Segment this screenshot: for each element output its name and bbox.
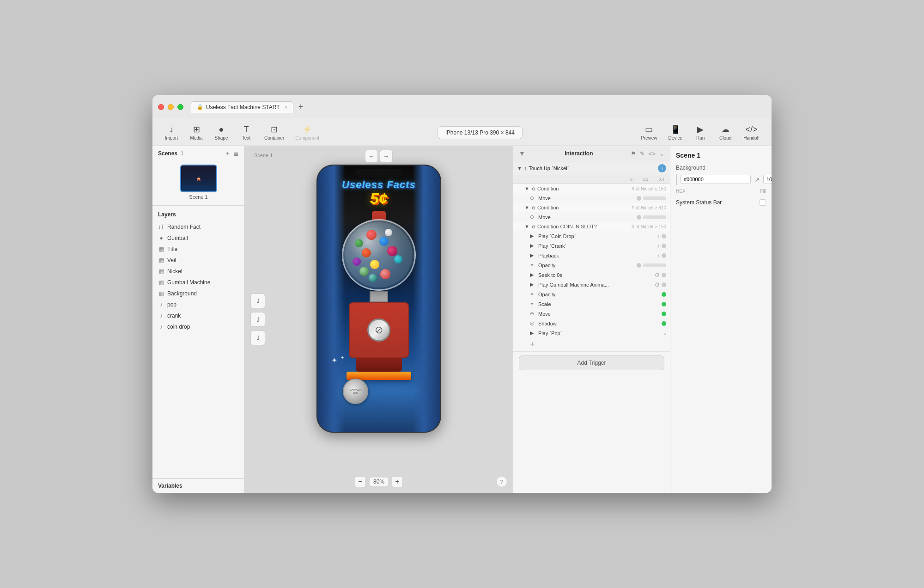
move-dot-1	[637, 196, 641, 201]
timeline-header: 0 0.2 0.4	[513, 175, 670, 184]
action-label-playback: Playback	[538, 253, 656, 258]
layer-pop[interactable]: ♪ pop	[152, 299, 244, 310]
action-play-gumball-anim[interactable]: ▶ Play Gumball Machine Anima... ⏱	[513, 280, 670, 289]
zoom-in-button[interactable]: +	[392, 476, 403, 487]
music-tool-2[interactable]: ♩	[250, 312, 265, 327]
interaction-flag-button[interactable]: ⚑	[631, 150, 636, 157]
maximize-button[interactable]	[177, 104, 183, 110]
active-tab[interactable]: 🔒 Useless Fact Machine START ×	[191, 101, 293, 113]
traffic-lights	[158, 104, 183, 110]
handoff-button[interactable]: </> Handoff	[739, 122, 764, 143]
action-move-2[interactable]: ⊕ Move	[513, 212, 670, 222]
tab-close-button[interactable]: ×	[285, 104, 287, 110]
minimize-button[interactable]	[168, 104, 174, 110]
media-label: Media	[190, 135, 202, 141]
trigger-label: Touch Up `Nickel`	[529, 165, 657, 171]
trigger-add-button[interactable]: +	[658, 164, 666, 172]
color-expand-button[interactable]: ↗	[754, 176, 760, 183]
color-swatch[interactable]	[676, 174, 677, 185]
action-playback[interactable]: ▶ Playback ♪	[513, 251, 670, 260]
cloud-button[interactable]: ☁ Cloud	[714, 122, 737, 143]
layer-title[interactable]: ▦ Title	[152, 244, 244, 255]
interaction-code-button[interactable]: <>	[649, 150, 656, 157]
hex-input[interactable]	[681, 175, 751, 184]
layer-background[interactable]: ▦ Background	[152, 288, 244, 299]
action-label-crank: Play `Crank`	[538, 243, 656, 249]
coin-nickel[interactable]: CANADA 2000	[343, 379, 368, 404]
run-button[interactable]: ▶ Run	[689, 122, 712, 143]
trigger-collapse-icon[interactable]: ▼	[517, 165, 523, 171]
device-selector[interactable]: iPhone 13/13 Pro 390 × 844	[438, 126, 523, 139]
zoom-out-button[interactable]: −	[355, 476, 366, 487]
interaction-expand-button[interactable]: ⌄	[659, 150, 664, 157]
layer-crank[interactable]: ♪ crank	[152, 310, 244, 321]
layer-name: Gumball Machine	[167, 279, 210, 286]
action-shadow[interactable]: ◎ Shadow	[513, 318, 670, 328]
container-button[interactable]: ⊡ Container	[260, 122, 289, 143]
action-opacity-1[interactable]: ✦ Opacity	[513, 260, 670, 270]
canvas-prev-button[interactable]: ←	[365, 150, 378, 163]
layer-veil[interactable]: ▦ Veil	[152, 255, 244, 266]
shape-icon: ●	[219, 125, 224, 135]
add-scene-button[interactable]: +	[226, 150, 230, 157]
preview-button[interactable]: ▭ Preview	[636, 122, 662, 143]
seek-special-icon: ⏱	[655, 272, 660, 278]
container-label: Container	[264, 135, 284, 141]
component-button[interactable]: ⚡ Component	[291, 122, 324, 143]
media-button[interactable]: ⊞ Media	[185, 122, 208, 143]
add-action-button[interactable]: +	[513, 338, 670, 351]
layer-name: Random Fact	[167, 224, 201, 230]
interaction-edit-button[interactable]: ✎	[640, 150, 645, 157]
system-status-bar-label: System Status Bar	[676, 199, 722, 206]
action-scale[interactable]: ✦ Scale	[513, 299, 670, 309]
help-button[interactable]: ?	[496, 476, 507, 487]
gumball-anim-dot	[662, 282, 666, 287]
canvas-area[interactable]: Scene 1 ← → ♩ ♩ ♩	[245, 146, 513, 493]
shape-button[interactable]: ● Shape	[210, 122, 233, 143]
interaction-collapse[interactable]: ▼	[519, 150, 525, 157]
close-button[interactable]	[158, 104, 164, 110]
add-tab-button[interactable]: +	[295, 102, 306, 113]
action-play-crank[interactable]: ▶ Play `Crank` ♪	[513, 241, 670, 251]
music-tool-1[interactable]: ♩	[250, 294, 265, 308]
action-seek[interactable]: ▶ Seek to 0s ⏱	[513, 270, 670, 280]
play-icon-playback: ▶	[530, 252, 536, 258]
layer-nickel[interactable]: ▦ Nickel	[152, 266, 244, 277]
layer-audio-icon: ♪	[158, 301, 164, 308]
scene1-thumbnail[interactable]: 🎪	[180, 165, 217, 192]
system-status-bar-checkbox[interactable]	[760, 199, 766, 206]
condition-label-1: Condition	[537, 186, 629, 191]
variables-label: Variables	[158, 483, 182, 489]
condition-expand-coin[interactable]: ▼	[524, 224, 530, 229]
layer-name: Background	[167, 290, 197, 297]
action-label-opacity-2: Opacity	[538, 292, 660, 297]
action-opacity-2[interactable]: ✦ Opacity	[513, 289, 670, 299]
action-move-green[interactable]: ⊕ Move	[513, 309, 670, 318]
text-button[interactable]: T Text	[235, 122, 258, 143]
handoff-icon: </>	[746, 125, 758, 135]
main-trigger-row[interactable]: ▼ ↑ Touch Up `Nickel` +	[513, 161, 670, 175]
condition-label-2: Condition	[537, 205, 630, 210]
condition-expand-2[interactable]: ▼	[524, 205, 530, 210]
title-price: 5¢	[342, 190, 416, 206]
crank-dot	[662, 244, 666, 248]
condition-expand-1[interactable]: ▼	[524, 186, 530, 191]
layer-gumball[interactable]: ● Gumball	[152, 233, 244, 244]
action-play-pop[interactable]: ▶ Play `Pop` ♪	[513, 328, 670, 338]
device-button[interactable]: 📱 Device	[664, 122, 687, 143]
music-tool-3[interactable]: ♩	[250, 331, 265, 345]
sort-scenes-button[interactable]: ≣	[233, 150, 239, 157]
layer-coin-drop[interactable]: ♪ coin drop	[152, 321, 244, 332]
action-move-1[interactable]: ⊕ Move	[513, 193, 670, 203]
action-play-coin-drop[interactable]: ▶ Play `Coin Drop` ♪	[513, 231, 670, 241]
play-icon-coin: ▶	[530, 233, 536, 239]
add-trigger-button[interactable]: Add Trigger	[519, 355, 664, 370]
layer-gumball-machine[interactable]: ▦ Gumball Machine	[152, 277, 244, 288]
import-label: Import	[165, 135, 178, 141]
toolbar-right: ▭ Preview 📱 Device ▶ Run ☁ Cloud </> Han…	[636, 122, 764, 143]
opacity-icon-1: ✦	[530, 262, 536, 268]
canvas-next-button[interactable]: →	[380, 150, 393, 163]
opacity-input[interactable]	[763, 175, 772, 184]
import-button[interactable]: ↓ Import	[160, 122, 183, 143]
layer-random-fact[interactable]: ↕T Random Fact	[152, 221, 244, 233]
